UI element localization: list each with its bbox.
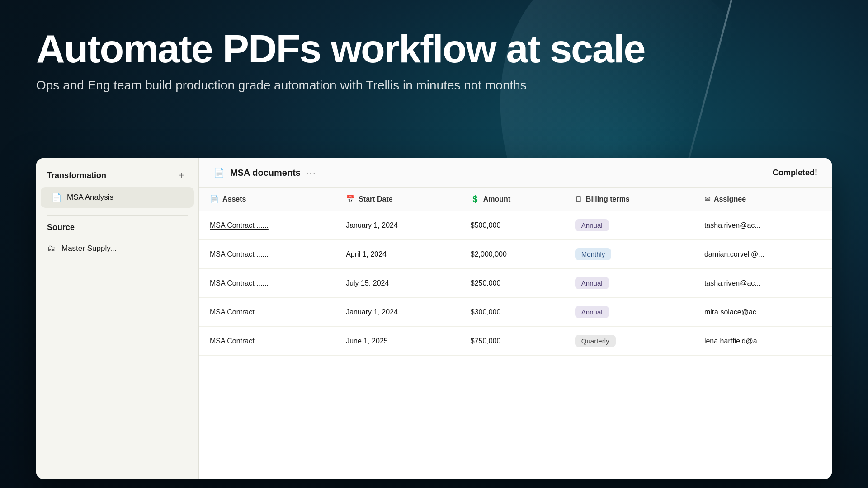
asset-link-1[interactable]: MSA Contract ...... — [210, 250, 269, 258]
main-content: 📄 MSA documents ··· Completed! 📄 Assets — [199, 158, 832, 479]
transformation-section-header: Transformation + — [36, 169, 198, 187]
start-date-cell-1: April 1, 2024 — [335, 240, 460, 269]
billing-cell-3: Annual — [564, 298, 693, 327]
completed-badge: Completed! — [773, 168, 817, 178]
assignee-cell-2: tasha.riven@ac... — [693, 269, 832, 298]
table-row: MSA Contract ...... June 1, 2025 $750,00… — [199, 327, 832, 356]
asset-cell-1: MSA Contract ...... — [199, 240, 335, 269]
col-assignee: ✉ Assignee — [693, 188, 832, 211]
amount-cell-1: $2,000,000 — [460, 240, 564, 269]
amount-col-icon: 💲 — [471, 195, 480, 203]
assignee-col-label: Assignee — [714, 195, 746, 203]
start-date-col-label: Start Date — [359, 195, 393, 203]
billing-badge-1: Monthly — [575, 248, 612, 260]
asset-cell-4: MSA Contract ...... — [199, 327, 335, 356]
billing-cell-4: Quarterly — [564, 327, 693, 356]
asset-cell-2: MSA Contract ...... — [199, 269, 335, 298]
col-billing-terms: 🗒 Billing terms — [564, 188, 693, 211]
assignee-cell-4: lena.hartfield@a... — [693, 327, 832, 356]
sidebar: Transformation + 📄 MSA Analysis Source 🗂… — [36, 158, 199, 479]
billing-col-icon: 🗒 — [575, 195, 582, 203]
assignee-cell-0: tasha.riven@ac... — [693, 211, 832, 240]
msa-table: 📄 Assets 📅 Start Date — [199, 188, 832, 356]
billing-cell-1: Monthly — [564, 240, 693, 269]
col-assets: 📄 Assets — [199, 188, 335, 211]
hero-subtitle: Ops and Eng team build production grade … — [36, 78, 645, 93]
asset-link-2[interactable]: MSA Contract ...... — [210, 279, 269, 287]
amount-cell-0: $500,000 — [460, 211, 564, 240]
billing-badge-2: Annual — [575, 277, 609, 289]
billing-badge-4: Quarterly — [575, 335, 616, 347]
asset-link-0[interactable]: MSA Contract ...... — [210, 221, 269, 229]
assets-col-label: Assets — [222, 195, 246, 203]
start-date-cell-2: July 15, 2024 — [335, 269, 460, 298]
amount-cell-4: $750,000 — [460, 327, 564, 356]
transformation-label: Transformation — [47, 171, 106, 180]
assignee-col-icon: ✉ — [704, 195, 710, 203]
msa-analysis-icon: 📄 — [52, 192, 61, 202]
start-date-cell-0: January 1, 2024 — [335, 211, 460, 240]
amount-cell-3: $300,000 — [460, 298, 564, 327]
table-header-row: 📄 Assets 📅 Start Date — [199, 188, 832, 211]
source-label: Source — [47, 223, 188, 232]
content-header-left: 📄 MSA documents ··· — [213, 167, 316, 178]
start-date-col-icon: 📅 — [346, 195, 355, 203]
sidebar-divider — [47, 215, 188, 216]
table-row: MSA Contract ...... April 1, 2024 $2,000… — [199, 240, 832, 269]
header-title: MSA documents — [230, 168, 301, 178]
billing-col-label: Billing terms — [586, 195, 630, 203]
billing-badge-3: Annual — [575, 306, 609, 318]
hero-section: Automate PDFs workflow at scale Ops and … — [36, 27, 645, 93]
amount-cell-2: $250,000 — [460, 269, 564, 298]
table-row: MSA Contract ...... July 15, 2024 $250,0… — [199, 269, 832, 298]
app-container: Transformation + 📄 MSA Analysis Source 🗂… — [36, 158, 832, 479]
source-section: Source 🗂 Master Supply... — [36, 223, 198, 259]
col-start-date: 📅 Start Date — [335, 188, 460, 211]
assignee-cell-1: damian.corvell@... — [693, 240, 832, 269]
start-date-cell-4: June 1, 2025 — [335, 327, 460, 356]
folder-icon: 🗂 — [47, 243, 56, 253]
start-date-cell-3: January 1, 2024 — [335, 298, 460, 327]
billing-badge-0: Annual — [575, 219, 609, 231]
table-body: MSA Contract ...... January 1, 2024 $500… — [199, 211, 832, 356]
source-item-label: Master Supply... — [61, 244, 117, 253]
header-doc-icon: 📄 — [213, 167, 225, 178]
table-row: MSA Contract ...... January 1, 2024 $500… — [199, 211, 832, 240]
add-transformation-button[interactable]: + — [175, 169, 188, 182]
billing-cell-2: Annual — [564, 269, 693, 298]
asset-link-4[interactable]: MSA Contract ...... — [210, 337, 269, 345]
content-header: 📄 MSA documents ··· Completed! — [199, 158, 832, 188]
hero-title: Automate PDFs workflow at scale — [36, 27, 645, 71]
col-amount: 💲 Amount — [460, 188, 564, 211]
sidebar-item-master-supply[interactable]: 🗂 Master Supply... — [47, 238, 188, 259]
asset-cell-0: MSA Contract ...... — [199, 211, 335, 240]
asset-cell-3: MSA Contract ...... — [199, 298, 335, 327]
assignee-cell-3: mira.solace@ac... — [693, 298, 832, 327]
data-table-container: 📄 Assets 📅 Start Date — [199, 188, 832, 479]
msa-analysis-label: MSA Analysis — [67, 193, 113, 202]
assets-col-icon: 📄 — [210, 195, 219, 203]
billing-cell-0: Annual — [564, 211, 693, 240]
sidebar-item-msa-analysis[interactable]: 📄 MSA Analysis — [41, 187, 194, 208]
amount-col-label: Amount — [483, 195, 510, 203]
header-more-button[interactable]: ··· — [306, 168, 316, 178]
asset-link-3[interactable]: MSA Contract ...... — [210, 308, 269, 316]
table-row: MSA Contract ...... January 1, 2024 $300… — [199, 298, 832, 327]
